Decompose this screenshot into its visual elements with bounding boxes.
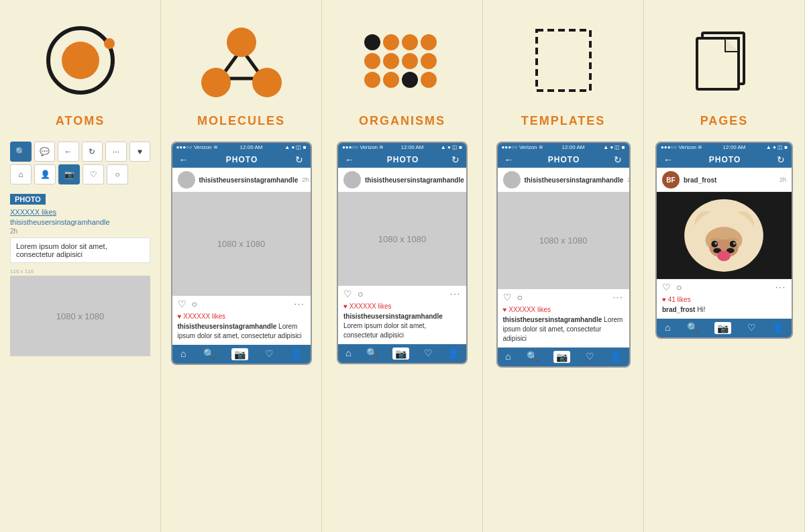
home-nav[interactable]: ⌂: [665, 322, 670, 334]
likes-row: ♥ XXXXXX likes: [172, 312, 311, 321]
pages-label: PAGES: [700, 114, 749, 128]
heart-icon-btn[interactable]: ♥: [129, 142, 151, 162]
molecules-icon-area: [201, 13, 282, 107]
refresh-nav-icon[interactable]: ↻: [777, 154, 785, 165]
thumb-label: 116 x 116: [10, 268, 150, 274]
post-image: 1080 x 1080: [498, 192, 629, 289]
refresh-nav-icon[interactable]: ↻: [614, 154, 622, 165]
profile-nav[interactable]: 👤: [447, 348, 459, 360]
back-nav-icon[interactable]: ←: [663, 154, 673, 165]
chat-icon-btn[interactable]: 💬: [34, 142, 56, 162]
comment-action[interactable]: ○: [358, 288, 363, 299]
heart-outline-icon-btn[interactable]: ♡: [83, 164, 104, 184]
bottom-nav: ⌂ 🔍 📷 ♡ 👤: [657, 319, 792, 337]
user-row: thisistheusersinstagramhandle 2h: [338, 168, 466, 192]
avatar: [343, 171, 361, 189]
search-nav[interactable]: 🔍: [366, 348, 378, 360]
like-action[interactable]: ♡: [178, 299, 186, 309]
comment-action[interactable]: ○: [517, 292, 523, 303]
comment-action[interactable]: ○: [676, 282, 682, 292]
profile-nav[interactable]: 👤: [610, 351, 621, 363]
svg-point-12: [421, 34, 437, 50]
search-icon-btn[interactable]: 🔍: [10, 142, 32, 162]
camera-nav[interactable]: 📷: [714, 322, 731, 334]
like-action[interactable]: ♡: [662, 282, 671, 292]
more-action[interactable]: ···: [450, 289, 461, 299]
home-nav[interactable]: ⌂: [505, 351, 511, 363]
status-bar: ●●●○○ Verizon ≋ 12:00 AM ▲ ● ◫ ■: [338, 143, 466, 152]
post-caption: thisistheusersinstagramhandle Lorem ipsu…: [338, 311, 466, 344]
user-icon-btn[interactable]: 👤: [34, 164, 56, 184]
dots-icon-btn[interactable]: ···: [105, 142, 127, 162]
dog-svg: [657, 192, 792, 279]
home-nav[interactable]: ⌂: [180, 348, 186, 360]
svg-point-7: [201, 68, 231, 97]
likes-count: XXXXXX likes: [10, 208, 150, 216]
svg-point-18: [383, 72, 399, 88]
bottom-nav: ⌂ 🔍 📷 ♡ 👤: [498, 348, 629, 366]
search-nav[interactable]: 🔍: [527, 351, 538, 363]
refresh-nav-icon[interactable]: ↻: [295, 154, 303, 165]
like-action[interactable]: ♡: [343, 288, 352, 299]
status-bar: ●●●○○ Verizon ≋ 12:00 AM ▲ ● ◫ ■: [172, 143, 311, 152]
svg-point-10: [383, 34, 399, 50]
action-bar: ♡ ○ ···: [338, 286, 466, 302]
organisms-column: ORGANISMS ●●●○○ Verizon ≋ 12:00 AM ▲ ● ◫…: [322, 0, 483, 532]
user-row: thisistheusersinstagramhandle 2h: [172, 168, 311, 192]
svg-point-9: [364, 34, 380, 50]
templates-icon-area: [530, 13, 597, 107]
action-bar: ♡ ○ ···: [498, 289, 629, 305]
templates-label: TEMPLATES: [521, 114, 606, 128]
more-action[interactable]: ···: [612, 292, 623, 302]
activity-nav[interactable]: ♡: [586, 351, 594, 363]
camera-icon-btn[interactable]: 📷: [58, 164, 80, 184]
molecules-column: MOLECULES ●●●○○ Verizon ≋ 12:00 AM ▲ ● ◫…: [161, 0, 322, 532]
svg-point-2: [104, 38, 115, 49]
dog-photo: [657, 192, 792, 279]
home-nav[interactable]: ⌂: [345, 348, 351, 360]
atoms-icon-area: [44, 13, 117, 107]
organisms-label: ORGANISMS: [359, 114, 445, 128]
activity-nav[interactable]: ♡: [424, 348, 433, 360]
likes-row: ♥ XXXXXX likes: [498, 305, 629, 314]
search-nav[interactable]: 🔍: [203, 348, 215, 360]
more-action[interactable]: ···: [294, 299, 305, 309]
camera-nav[interactable]: 📷: [553, 351, 570, 363]
back-nav-icon[interactable]: ←: [345, 154, 354, 165]
svg-point-11: [402, 34, 418, 50]
profile-nav[interactable]: 👤: [772, 322, 784, 334]
molecule-icon: [201, 23, 282, 97]
post-time: 2h: [10, 227, 150, 235]
activity-nav[interactable]: ♡: [747, 322, 756, 334]
bottom-nav: ⌂ 🔍 📷 ♡ 👤: [172, 345, 311, 364]
back-nav-icon[interactable]: ←: [504, 154, 514, 165]
more-action[interactable]: ···: [775, 282, 786, 292]
post-image: 1080 x 1080: [172, 192, 311, 296]
like-action[interactable]: ♡: [503, 292, 512, 303]
search-nav[interactable]: 🔍: [687, 322, 698, 334]
svg-point-19: [402, 72, 418, 88]
refresh-icon-btn[interactable]: ↻: [82, 142, 103, 162]
organisms-icon-area: [359, 13, 446, 107]
molecules-label: MOLECULES: [197, 114, 285, 128]
activity-nav[interactable]: ♡: [265, 348, 274, 360]
user-row: thisistheusersinstagramhandle 2h: [498, 168, 629, 192]
templates-column: TEMPLATES ●●●○○ Verizon ≋ 12:00 AM ▲ ● ◫…: [483, 0, 644, 532]
post-caption: thisistheusersinstagramhandle Lorem ipsu…: [172, 321, 311, 345]
comment-icon-btn[interactable]: ○: [107, 164, 128, 184]
back-nav-icon[interactable]: ←: [179, 154, 189, 165]
svg-rect-21: [537, 30, 590, 91]
comment-action[interactable]: ○: [192, 299, 197, 309]
templates-phone: ●●●○○ Verizon ≋ 12:00 AM ▲ ● ◫ ■ ← PHOTO…: [496, 142, 631, 368]
status-bar: ●●●○○ Verizon ≋ 12:00 AM ▲ ● ◫ ■: [657, 143, 792, 152]
icon-row-2: ⌂ 👤 📷 ♡ ○: [10, 164, 150, 184]
profile-nav[interactable]: 👤: [290, 348, 302, 360]
camera-nav[interactable]: 📷: [392, 348, 409, 360]
bottom-nav: ⌂ 🔍 📷 ♡ 👤: [338, 344, 466, 363]
back-icon-btn[interactable]: ←: [58, 142, 79, 162]
refresh-nav-icon[interactable]: ↻: [451, 154, 460, 165]
nav-bar: ← PHOTO ↻: [498, 152, 629, 168]
nav-bar: ← PHOTO ↻: [657, 152, 792, 168]
camera-nav[interactable]: 📷: [231, 348, 248, 360]
home-icon-btn[interactable]: ⌂: [10, 164, 32, 184]
